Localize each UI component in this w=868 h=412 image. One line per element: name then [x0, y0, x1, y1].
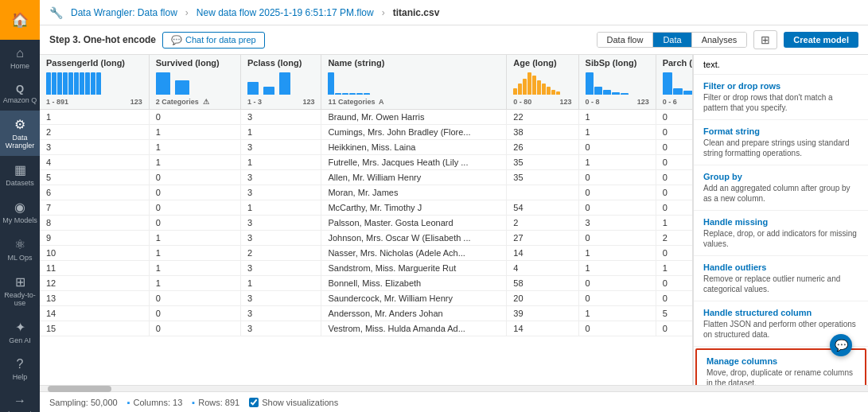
- sidebar-item-my-models[interactable]: ◉ My Models: [0, 193, 40, 231]
- cell-id: 12: [40, 276, 149, 291]
- panel-item-title: Handle structured column: [703, 308, 858, 317]
- show-vis-item[interactable]: Show visualizations: [249, 398, 338, 407]
- sidebar-item-ready-to-use[interactable]: ⊞ Ready-to-use: [0, 268, 40, 313]
- cell-survived: 0: [149, 321, 240, 336]
- panel-item-handle-missing[interactable]: Handle missing Replace, drop, or add ind…: [694, 211, 868, 256]
- sidebar-item-amazon-q[interactable]: Q Amazon Q: [0, 76, 40, 111]
- sidebar-item-amazon-q-label: Amazon Q: [3, 96, 37, 104]
- cell-parch: 0: [656, 110, 693, 125]
- cell-pclass: 3: [240, 170, 321, 185]
- cell-pclass: 3: [240, 291, 321, 306]
- panel-item-format-string[interactable]: Format string Clean and prepare strings …: [694, 120, 868, 165]
- panel-item-group-by[interactable]: Group by Add an aggregated column after …: [694, 165, 868, 211]
- table-row: 14 0 3 Andersson, Mr. Anders Johan 39 1 …: [40, 306, 693, 321]
- sidebar-item-datasets-label: Datasets: [6, 179, 34, 187]
- tab-data-flow[interactable]: Data flow: [597, 33, 654, 47]
- col-header-pclass: Pclass (long) 1 -: [240, 55, 321, 110]
- col-range-passengerid: 1 - 891123: [46, 98, 142, 106]
- cell-pclass: 3: [240, 321, 321, 336]
- cell-pclass: 1: [240, 276, 321, 291]
- bar: [542, 84, 546, 95]
- table-row: 7 0 1 McCarthy, Mr. Timothy J 54 0 0: [40, 200, 693, 216]
- table-section[interactable]: PassengerId (long): [40, 55, 693, 385]
- cell-survived: 1: [149, 231, 240, 246]
- tab-data[interactable]: Data: [653, 33, 691, 47]
- sidebar-item-help[interactable]: ? Help: [0, 351, 40, 387]
- horizontal-scrollbar[interactable]: [40, 385, 868, 391]
- bar: [175, 80, 189, 95]
- sidebar-item-ml-ops[interactable]: ⚛ ML Ops: [0, 231, 40, 268]
- col-name-sibsp: SibSp (long): [586, 58, 649, 68]
- col-name-age: Age (long): [513, 58, 571, 68]
- cell-parch: 0: [656, 125, 693, 140]
- cell-survived: 1: [149, 276, 240, 291]
- breadcrumb-data-flow[interactable]: Data Wrangler: Data flow: [71, 7, 177, 18]
- table-row: 2 1 1 Cumings, Mrs. John Bradley (Flore.…: [40, 125, 693, 140]
- cell-name: Saundercock, Mr. William Henry: [321, 291, 507, 306]
- cell-sibsp: 0: [578, 291, 656, 306]
- bar: [518, 84, 522, 95]
- sidebar-item-home-label: Home: [10, 62, 29, 70]
- sidebar-item-ml-ops-label: ML Ops: [7, 254, 32, 262]
- sampling-label: Sampling: 50,000: [49, 398, 118, 407]
- cell-age: 35: [507, 155, 578, 170]
- panel-item-desc: Replace, drop, or add indicators for mis…: [703, 228, 858, 249]
- col-range-name: 11 Categories A: [328, 98, 500, 106]
- grid-view-button[interactable]: ⊞: [753, 30, 777, 49]
- scrollbar-thumb[interactable]: [48, 386, 111, 392]
- cell-sibsp: 0: [578, 200, 656, 216]
- panel-item-desc: Remove or replace outlier numeric and ca…: [703, 274, 858, 294]
- cell-age: 20: [507, 291, 578, 306]
- breadcrumb-flow-file[interactable]: New data flow 2025-1-19 6:51:17 PM.flow: [197, 7, 374, 18]
- show-vis-checkbox[interactable]: [249, 398, 259, 407]
- panel-item-filter-drop-rows[interactable]: Filter or drop rows Filter or drop rows …: [694, 75, 868, 120]
- sidebar-item-datasets[interactable]: ▦ Datasets: [0, 156, 40, 193]
- bar: [683, 91, 693, 95]
- data-wrapper: PassengerId (long): [40, 55, 868, 412]
- panel-item-handle-outliers[interactable]: Handle outliers Remove or replace outlie…: [694, 256, 868, 301]
- help-icon: ?: [17, 357, 24, 371]
- chat-for-data-prep-button[interactable]: 💬 Chat for data prep: [162, 32, 265, 49]
- tab-analyses[interactable]: Analyses: [692, 33, 747, 47]
- cell-id: 3: [40, 140, 149, 155]
- cell-name: Palsson, Master. Gosta Leonard: [321, 216, 507, 231]
- step-label: Step 3. One-hot encode: [49, 34, 156, 45]
- data-wrangler-icon: ⚙: [14, 117, 25, 132]
- sidebar-item-data-wrangler[interactable]: ⚙ Data Wrangler: [0, 111, 40, 156]
- cell-id: 13: [40, 291, 149, 306]
- bar: [594, 87, 602, 95]
- col-range-age: 0 - 80123: [513, 98, 571, 106]
- cell-age: 27: [507, 231, 578, 246]
- show-vis-label: Show visualizations: [262, 398, 338, 407]
- sidebar-item-gen-ai[interactable]: ✦ Gen AI: [0, 313, 40, 351]
- cell-parch: 0: [656, 140, 693, 155]
- bar: [547, 87, 551, 95]
- breadcrumb-sep-1: ›: [185, 7, 189, 18]
- bar: [586, 72, 594, 95]
- logo-icon: 🏠: [11, 11, 29, 29]
- table-row: 12 1 1 Bonnell, Miss. Elizabeth 58 0 0: [40, 276, 693, 291]
- cell-sibsp: 1: [578, 261, 656, 276]
- col-name-parch: Parch (long): [663, 58, 693, 68]
- sidebar-item-log-out[interactable]: → Log out: [0, 387, 40, 412]
- breadcrumb-sep-2: ›: [382, 7, 385, 18]
- table-row: 10 1 2 Nasser, Mrs. Nicholas (Adele Ach.…: [40, 246, 693, 261]
- create-model-button[interactable]: Create model: [784, 32, 858, 48]
- chat-icon: 💬: [171, 35, 182, 45]
- toolbar: Step 3. One-hot encode 💬 Chat for data p…: [40, 25, 868, 55]
- chat-bubble-btn[interactable]: 💬: [830, 334, 852, 356]
- cell-id: 10: [40, 246, 149, 261]
- cell-name: Allen, Mr. William Henry: [321, 170, 507, 185]
- sidebar-item-my-models-label: My Models: [2, 216, 37, 224]
- bar: [91, 72, 95, 95]
- bar: [364, 93, 370, 95]
- cell-sibsp: 1: [578, 125, 656, 140]
- create-model-label: Create model: [793, 35, 849, 45]
- sidebar: 🏠 ⌂ Home Q Amazon Q ⚙ Data Wrangler ▦ Da…: [0, 0, 40, 412]
- panel-top-label: text.: [703, 60, 720, 69]
- cell-survived: 1: [149, 125, 240, 140]
- cell-sibsp: 1: [578, 306, 656, 321]
- sidebar-item-data-wrangler-label: Data Wrangler: [0, 134, 40, 150]
- sidebar-item-home[interactable]: ⌂ Home: [0, 40, 40, 76]
- cell-survived: 1: [149, 140, 240, 155]
